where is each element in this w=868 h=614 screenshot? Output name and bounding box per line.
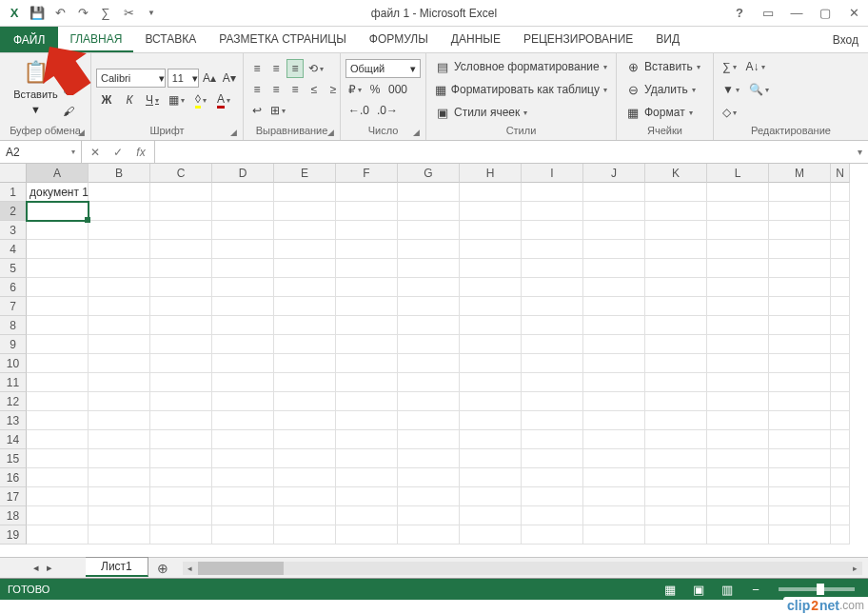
cell[interactable] — [460, 335, 522, 354]
cell[interactable] — [522, 259, 583, 278]
number-launcher-icon[interactable]: ◢ — [410, 127, 422, 138]
cell[interactable] — [583, 354, 645, 373]
file-tab[interactable]: ФАЙЛ — [0, 27, 58, 52]
copy-button[interactable]: ⧉ — [60, 81, 77, 100]
percent-button[interactable]: % — [366, 80, 384, 99]
cell[interactable] — [274, 506, 336, 525]
cell[interactable] — [150, 221, 212, 240]
cell[interactable] — [274, 449, 336, 468]
increase-font-button[interactable]: A▴ — [201, 69, 219, 88]
horizontal-scrollbar[interactable]: ◂ ▸ — [183, 562, 862, 575]
cell[interactable] — [27, 449, 89, 468]
cell[interactable] — [769, 525, 831, 545]
cell[interactable] — [274, 354, 336, 373]
cell[interactable] — [707, 411, 769, 430]
cell[interactable] — [89, 183, 150, 202]
cell[interactable] — [274, 202, 336, 221]
zoom-out-button[interactable]: − — [744, 581, 767, 598]
cell[interactable] — [645, 506, 707, 525]
format-painter-button[interactable]: 🖌 — [60, 102, 77, 121]
italic-button[interactable]: К — [119, 89, 140, 110]
cell[interactable] — [583, 278, 645, 297]
page-break-view-button[interactable]: ▥ — [716, 581, 739, 598]
cell[interactable] — [831, 297, 850, 316]
cell[interactable] — [522, 278, 583, 297]
cell[interactable] — [398, 392, 460, 411]
cell[interactable] — [707, 525, 769, 545]
row-header[interactable]: 13 — [0, 411, 27, 430]
cell[interactable] — [831, 468, 850, 487]
cell[interactable] — [212, 411, 274, 430]
cut-small-button[interactable]: ✂ — [60, 60, 77, 79]
find-select-button[interactable]: 🔍▾ — [745, 79, 773, 100]
column-header[interactable]: I — [522, 164, 583, 183]
cell[interactable] — [831, 335, 850, 354]
cell[interactable] — [707, 259, 769, 278]
cell[interactable] — [27, 392, 89, 411]
cell[interactable] — [769, 221, 831, 240]
cell[interactable] — [769, 240, 831, 259]
cell[interactable] — [150, 468, 212, 487]
cell[interactable] — [831, 202, 850, 221]
increase-indent-button[interactable]: ≥ — [325, 80, 342, 99]
new-sheet-button[interactable]: ⊕ — [148, 558, 177, 578]
cell[interactable] — [522, 449, 583, 468]
cell[interactable] — [645, 202, 707, 221]
column-header[interactable]: B — [89, 164, 150, 183]
cell[interactable] — [522, 297, 583, 316]
hscroll-thumb[interactable] — [198, 562, 284, 575]
cell[interactable] — [460, 525, 522, 545]
sheet-nav-first-button[interactable]: ◂ — [33, 562, 39, 574]
cell[interactable] — [645, 297, 707, 316]
cell[interactable] — [707, 506, 769, 525]
cell[interactable]: документ 1 — [27, 183, 89, 202]
align-right-button[interactable]: ≡ — [286, 80, 304, 99]
cell[interactable] — [831, 259, 850, 278]
cell[interactable] — [707, 430, 769, 449]
cell[interactable] — [707, 468, 769, 487]
cell[interactable] — [707, 278, 769, 297]
cell[interactable] — [645, 183, 707, 202]
font-name-select[interactable]: Calibri▾ — [96, 69, 166, 88]
cell[interactable] — [336, 373, 398, 392]
cell[interactable] — [336, 525, 398, 545]
cell[interactable] — [27, 240, 89, 259]
cell[interactable] — [583, 183, 645, 202]
insert-function-button[interactable]: fx — [131, 143, 150, 162]
cell[interactable] — [89, 525, 150, 545]
cell[interactable] — [27, 316, 89, 335]
cell[interactable] — [89, 468, 150, 487]
cell[interactable] — [212, 506, 274, 525]
cell[interactable] — [274, 430, 336, 449]
cell[interactable] — [645, 487, 707, 506]
cell[interactable] — [89, 202, 150, 221]
undo-button[interactable]: ↶ — [49, 3, 70, 24]
cell[interactable] — [336, 411, 398, 430]
cell[interactable] — [150, 278, 212, 297]
paste-button[interactable]: 📋 Вставить ▼ — [14, 56, 58, 119]
increase-decimal-button[interactable]: ←.0 — [345, 101, 372, 120]
cell[interactable] — [831, 183, 850, 202]
cell[interactable] — [398, 259, 460, 278]
cell[interactable] — [89, 392, 150, 411]
cell[interactable] — [27, 221, 89, 240]
bold-button[interactable]: Ж — [96, 89, 117, 110]
delete-cells-button[interactable]: ⊖Удалить▾ — [621, 79, 708, 100]
cell[interactable] — [398, 335, 460, 354]
cell[interactable] — [583, 240, 645, 259]
cell[interactable] — [522, 525, 583, 545]
cell[interactable] — [150, 259, 212, 278]
cell[interactable] — [274, 411, 336, 430]
decrease-decimal-button[interactable]: .0→ — [374, 101, 401, 120]
cell[interactable] — [89, 335, 150, 354]
cell[interactable] — [89, 373, 150, 392]
minimize-button[interactable]: — — [782, 2, 811, 25]
enter-formula-button[interactable]: ✓ — [108, 143, 128, 162]
cell[interactable] — [707, 240, 769, 259]
cell[interactable] — [645, 316, 707, 335]
cell[interactable] — [336, 430, 398, 449]
cell[interactable] — [645, 221, 707, 240]
cell[interactable] — [150, 335, 212, 354]
cell[interactable] — [398, 449, 460, 468]
cell[interactable] — [398, 278, 460, 297]
